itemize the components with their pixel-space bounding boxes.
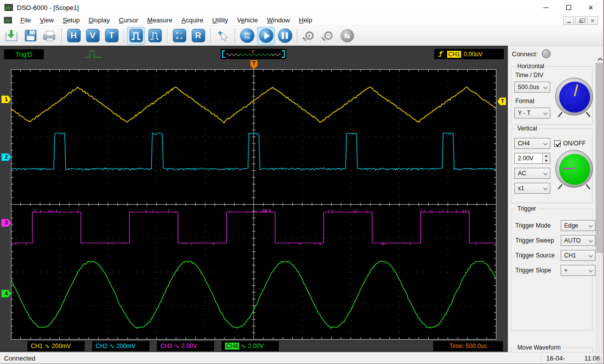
svg-text:T: T xyxy=(251,49,254,54)
trigger-sweep-select[interactable]: AUTO xyxy=(561,235,596,246)
refresh-button[interactable]: ⇆ xyxy=(338,27,356,45)
vertical-panel-button[interactable]: V xyxy=(84,27,102,45)
close-button[interactable]: ✕ xyxy=(580,0,602,15)
onoff-checkbox[interactable] xyxy=(554,140,561,147)
menu-item-setup[interactable]: Setup xyxy=(58,15,84,25)
channel-1-marker[interactable]: 1 xyxy=(1,96,11,103)
trigger-group-title: Trigger xyxy=(515,205,538,212)
status-date: 16-04-2016 xyxy=(546,355,579,364)
waveform-record-button[interactable] xyxy=(146,27,164,45)
scroll-up-button[interactable] xyxy=(596,55,604,63)
trigger-mode-label: Trigger Mode xyxy=(515,222,551,229)
menu-item-acquire[interactable]: Acquire xyxy=(177,15,208,25)
channel-readout-ch3: CH3∿2.00V xyxy=(157,341,214,351)
pulse-dashed-icon xyxy=(148,29,162,42)
scope-window-icon[interactable] xyxy=(4,17,12,23)
trigger-status-badge: Trig'D xyxy=(4,49,44,59)
control-panel: Connect: Horizontal Time / DIV 500.0us F… xyxy=(508,46,604,352)
time-div-label: Time / DIV xyxy=(515,72,543,79)
move-waveform-title: Move Waveform xyxy=(515,344,563,351)
status-time: 11:06 xyxy=(584,355,600,364)
scrollbar-thumb[interactable] xyxy=(596,63,604,253)
zoom-out-icon xyxy=(324,31,333,40)
mdi-restore-button[interactable] xyxy=(575,16,586,25)
autoset-button[interactable]: AUTO xyxy=(238,27,256,45)
refresh-icon: ⇆ xyxy=(341,29,354,42)
menu-item-view[interactable]: View xyxy=(35,15,58,25)
waveform-capture-button[interactable] xyxy=(127,27,145,45)
trigger-slope-select[interactable]: + xyxy=(561,265,596,276)
channel-select[interactable]: CH4 xyxy=(514,138,550,149)
panel-scrollbar[interactable] xyxy=(596,55,604,352)
cursor-measure-icon xyxy=(216,29,230,43)
volts-div-spinner[interactable]: 2.00V xyxy=(514,153,550,164)
letter-icon: H xyxy=(67,29,81,42)
coupling-select[interactable]: AC xyxy=(514,168,550,179)
waveform-position-preview[interactable]: T xyxy=(221,49,286,59)
menu-item-vehicle[interactable]: Vehicle xyxy=(233,15,262,25)
ac-coupling-icon: ∿ xyxy=(110,343,115,350)
minimize-button[interactable] xyxy=(535,0,557,15)
channel-label: CH3 xyxy=(160,343,172,350)
horizontal-position-marker[interactable]: T xyxy=(250,60,257,69)
trigger-level-marker[interactable]: T xyxy=(497,98,506,105)
chevron-down-icon xyxy=(589,253,593,257)
connect-indicator-button[interactable] xyxy=(542,49,551,58)
pulse-preview-icon xyxy=(84,49,105,62)
trigger-source-select[interactable]: CH1 xyxy=(561,250,596,261)
graticule[interactable] xyxy=(11,69,496,340)
print-button[interactable] xyxy=(40,27,58,45)
math-button[interactable]: + −× ÷ xyxy=(170,27,188,45)
maximize-button[interactable] xyxy=(557,0,580,15)
menu-item-display[interactable]: Display xyxy=(84,15,115,25)
run-button[interactable] xyxy=(257,27,275,45)
graticule-svg xyxy=(11,69,496,340)
menu-item-utility[interactable]: Utility xyxy=(208,15,233,25)
vertical-group: Vertical CH4 ON/OFF 2.00V AC x1 xyxy=(511,128,593,203)
channel-scale-value: 2.00V xyxy=(248,343,263,350)
toolbar-separator xyxy=(235,28,235,43)
trigger-row-trigger-mode: Trigger ModeEdge xyxy=(515,220,590,231)
zoom-in-button[interactable] xyxy=(300,27,318,45)
vertical-knob[interactable] xyxy=(555,150,593,188)
channel-3-marker[interactable]: 3 xyxy=(1,219,11,227)
mdi-close-button[interactable]: ✕ xyxy=(587,16,598,25)
time-div-select[interactable]: 500.0us xyxy=(514,82,550,93)
pause-button[interactable] xyxy=(276,27,294,45)
format-select[interactable]: Y - T xyxy=(514,108,550,119)
toolbar-separator xyxy=(61,28,62,43)
pulse-icon xyxy=(129,29,143,42)
mdi-minimize-icon xyxy=(567,22,571,23)
probe-select[interactable]: x1 xyxy=(514,183,550,194)
trigger-mode-select[interactable]: Edge xyxy=(561,220,596,231)
menu-bar: FileViewSetupDisplayCursorMeasureAcquire… xyxy=(0,15,603,26)
mdi-restore-icon xyxy=(579,20,583,23)
trigger-source-label: Trigger Source xyxy=(515,252,555,259)
open-button[interactable] xyxy=(2,27,20,45)
spin-down-button[interactable] xyxy=(543,158,550,163)
menu-item-file[interactable]: File xyxy=(16,15,35,25)
mdi-minimize-button[interactable] xyxy=(563,16,574,25)
menu-item-window[interactable]: Window xyxy=(262,15,294,25)
menu-item-measure[interactable]: Measure xyxy=(143,15,177,25)
trigger-panel-button[interactable]: T xyxy=(103,27,121,45)
zoom-in-icon xyxy=(305,31,314,40)
channel-2-marker[interactable]: 2 xyxy=(1,153,11,161)
zoom-out-button[interactable] xyxy=(319,27,337,45)
save-button[interactable] xyxy=(21,27,39,45)
cursor-measure-button[interactable] xyxy=(214,27,232,45)
trigger-sweep-label: Trigger Sweep xyxy=(515,237,554,244)
horizontal-panel-button[interactable]: H xyxy=(65,27,83,45)
menu-item-cursor[interactable]: Cursor xyxy=(115,15,143,25)
channel-4-marker[interactable]: 4 xyxy=(1,290,11,297)
maximize-icon xyxy=(566,5,571,10)
math-icon: + −× ÷ xyxy=(173,29,186,42)
datetime-cell: 16-04-2016 11:06 xyxy=(541,355,600,364)
resize-grip[interactable] xyxy=(601,362,602,363)
menu-item-help[interactable]: Help xyxy=(294,15,317,25)
rising-edge-icon xyxy=(437,50,445,58)
channel-onoff[interactable]: ON/OFF xyxy=(554,140,586,147)
horizontal-knob[interactable] xyxy=(555,78,593,116)
spin-up-button[interactable] xyxy=(543,153,550,158)
reference-button[interactable]: R xyxy=(189,27,207,45)
